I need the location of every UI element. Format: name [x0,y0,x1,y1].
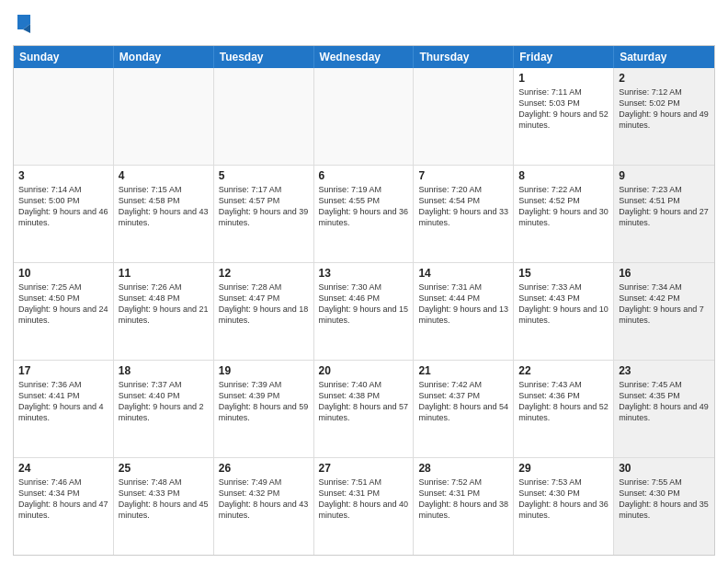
calendar-row-2: 3Sunrise: 7:14 AM Sunset: 5:00 PM Daylig… [14,166,714,263]
day-info: Sunrise: 7:25 AM Sunset: 4:50 PM Dayligh… [18,282,108,327]
calendar-cell [114,68,214,165]
calendar-cell: 12Sunrise: 7:28 AM Sunset: 4:47 PM Dayli… [214,263,314,360]
day-info: Sunrise: 7:30 AM Sunset: 4:46 PM Dayligh… [319,282,409,327]
day-info: Sunrise: 7:34 AM Sunset: 4:42 PM Dayligh… [619,282,710,327]
day-number: 28 [418,462,508,475]
calendar-cell: 6Sunrise: 7:19 AM Sunset: 4:55 PM Daylig… [314,166,415,262]
col-header-friday: Friday [514,46,614,68]
calendar-cell: 7Sunrise: 7:20 AM Sunset: 4:54 PM Daylig… [414,166,514,262]
day-info: Sunrise: 7:37 AM Sunset: 4:40 PM Dayligh… [119,379,209,424]
col-header-tuesday: Tuesday [214,46,314,68]
col-header-monday: Monday [114,46,214,68]
day-number: 15 [518,267,609,280]
day-number: 3 [18,169,108,182]
day-info: Sunrise: 7:48 AM Sunset: 4:33 PM Dayligh… [119,477,209,522]
calendar-cell: 1Sunrise: 7:11 AM Sunset: 5:03 PM Daylig… [514,68,614,165]
page: SundayMondayTuesdayWednesdayThursdayFrid… [0,0,728,563]
day-number: 7 [418,169,508,182]
day-info: Sunrise: 7:22 AM Sunset: 4:52 PM Dayligh… [518,184,609,229]
calendar-cell: 29Sunrise: 7:53 AM Sunset: 4:30 PM Dayli… [514,458,614,555]
day-number: 20 [319,364,409,377]
day-info: Sunrise: 7:49 AM Sunset: 4:32 PM Dayligh… [219,477,309,522]
calendar-cell: 21Sunrise: 7:42 AM Sunset: 4:37 PM Dayli… [414,361,514,457]
calendar-cell: 5Sunrise: 7:17 AM Sunset: 4:57 PM Daylig… [214,166,314,262]
calendar-cell: 27Sunrise: 7:51 AM Sunset: 4:31 PM Dayli… [314,458,415,555]
day-number: 8 [518,169,609,182]
calendar-cell: 16Sunrise: 7:34 AM Sunset: 4:42 PM Dayli… [614,263,714,360]
day-number: 30 [619,462,710,475]
calendar-cell: 30Sunrise: 7:55 AM Sunset: 4:30 PM Dayli… [614,458,714,555]
logo [13,13,32,40]
calendar-cell: 26Sunrise: 7:49 AM Sunset: 4:32 PM Dayli… [214,458,314,555]
day-info: Sunrise: 7:45 AM Sunset: 4:35 PM Dayligh… [619,379,710,424]
calendar-cell: 11Sunrise: 7:26 AM Sunset: 4:48 PM Dayli… [114,263,214,360]
day-info: Sunrise: 7:53 AM Sunset: 4:30 PM Dayligh… [518,477,609,522]
day-number: 24 [18,462,108,475]
day-number: 22 [518,364,609,377]
calendar-cell: 9Sunrise: 7:23 AM Sunset: 4:51 PM Daylig… [614,166,714,262]
day-info: Sunrise: 7:20 AM Sunset: 4:54 PM Dayligh… [418,184,508,229]
calendar-cell [214,68,314,165]
day-info: Sunrise: 7:14 AM Sunset: 5:00 PM Dayligh… [18,184,108,229]
day-number: 9 [619,169,710,182]
calendar-cell: 18Sunrise: 7:37 AM Sunset: 4:40 PM Dayli… [114,361,214,457]
logo-text [13,13,32,40]
day-number: 26 [219,462,309,475]
col-header-wednesday: Wednesday [314,46,415,68]
day-number: 17 [18,364,108,377]
calendar-header-row: SundayMondayTuesdayWednesdayThursdayFrid… [14,46,714,68]
calendar-body: 1Sunrise: 7:11 AM Sunset: 5:03 PM Daylig… [14,68,714,555]
day-number: 19 [219,364,309,377]
col-header-sunday: Sunday [14,46,114,68]
calendar-cell: 14Sunrise: 7:31 AM Sunset: 4:44 PM Dayli… [414,263,514,360]
day-number: 6 [319,169,409,182]
day-info: Sunrise: 7:28 AM Sunset: 4:47 PM Dayligh… [219,282,309,327]
day-info: Sunrise: 7:51 AM Sunset: 4:31 PM Dayligh… [319,477,409,522]
calendar-cell: 22Sunrise: 7:43 AM Sunset: 4:36 PM Dayli… [514,361,614,457]
day-info: Sunrise: 7:42 AM Sunset: 4:37 PM Dayligh… [418,379,508,424]
day-info: Sunrise: 7:55 AM Sunset: 4:30 PM Dayligh… [619,477,710,522]
calendar-cell: 17Sunrise: 7:36 AM Sunset: 4:41 PM Dayli… [14,361,114,457]
calendar-cell: 15Sunrise: 7:33 AM Sunset: 4:43 PM Dayli… [514,263,614,360]
day-number: 18 [119,364,209,377]
calendar-row-4: 17Sunrise: 7:36 AM Sunset: 4:41 PM Dayli… [14,361,714,458]
calendar-cell [414,68,514,165]
col-header-thursday: Thursday [414,46,514,68]
day-number: 2 [619,72,710,85]
day-info: Sunrise: 7:33 AM Sunset: 4:43 PM Dayligh… [518,282,609,327]
calendar-cell: 4Sunrise: 7:15 AM Sunset: 4:58 PM Daylig… [114,166,214,262]
day-number: 4 [119,169,209,182]
day-number: 29 [518,462,609,475]
calendar-cell: 23Sunrise: 7:45 AM Sunset: 4:35 PM Dayli… [614,361,714,457]
day-number: 11 [119,267,209,280]
calendar: SundayMondayTuesdayWednesdayThursdayFrid… [13,45,715,556]
day-info: Sunrise: 7:46 AM Sunset: 4:34 PM Dayligh… [18,477,108,522]
header [13,9,715,40]
calendar-cell [14,68,114,165]
day-info: Sunrise: 7:52 AM Sunset: 4:31 PM Dayligh… [418,477,508,522]
day-info: Sunrise: 7:36 AM Sunset: 4:41 PM Dayligh… [18,379,108,424]
day-number: 16 [619,267,710,280]
day-number: 10 [18,267,108,280]
calendar-cell: 28Sunrise: 7:52 AM Sunset: 4:31 PM Dayli… [414,458,514,555]
calendar-cell: 13Sunrise: 7:30 AM Sunset: 4:46 PM Dayli… [314,263,415,360]
day-info: Sunrise: 7:15 AM Sunset: 4:58 PM Dayligh… [119,184,209,229]
day-info: Sunrise: 7:31 AM Sunset: 4:44 PM Dayligh… [418,282,508,327]
calendar-cell: 24Sunrise: 7:46 AM Sunset: 4:34 PM Dayli… [14,458,114,555]
calendar-cell [314,68,415,165]
day-number: 12 [219,267,309,280]
day-number: 27 [319,462,409,475]
calendar-row-3: 10Sunrise: 7:25 AM Sunset: 4:50 PM Dayli… [14,263,714,361]
logo-icon [14,13,32,35]
day-info: Sunrise: 7:19 AM Sunset: 4:55 PM Dayligh… [319,184,409,229]
day-number: 14 [418,267,508,280]
calendar-cell: 8Sunrise: 7:22 AM Sunset: 4:52 PM Daylig… [514,166,614,262]
calendar-cell: 10Sunrise: 7:25 AM Sunset: 4:50 PM Dayli… [14,263,114,360]
day-number: 23 [619,364,710,377]
day-number: 1 [518,72,609,85]
calendar-cell: 3Sunrise: 7:14 AM Sunset: 5:00 PM Daylig… [14,166,114,262]
calendar-row-1: 1Sunrise: 7:11 AM Sunset: 5:03 PM Daylig… [14,68,714,166]
day-info: Sunrise: 7:11 AM Sunset: 5:03 PM Dayligh… [518,86,609,132]
day-info: Sunrise: 7:26 AM Sunset: 4:48 PM Dayligh… [119,282,209,327]
col-header-saturday: Saturday [614,46,714,68]
